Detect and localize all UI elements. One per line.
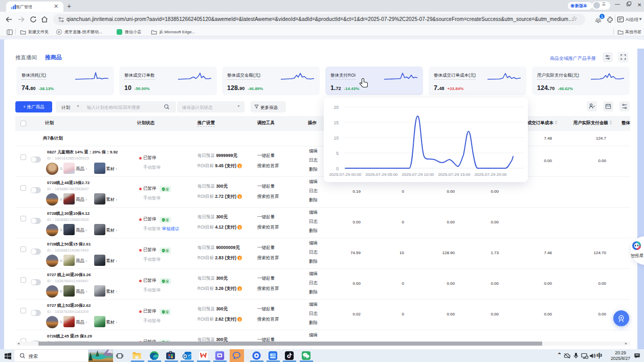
svg-text:15: 15 <box>334 120 339 125</box>
svg-text:10: 10 <box>334 135 339 141</box>
svg-text:20: 20 <box>334 105 339 110</box>
svg-text:2025-07-29 00:00: 2025-07-29 00:00 <box>329 172 362 177</box>
svg-text:0: 0 <box>336 166 339 171</box>
svg-text:2025-07-29 20:00: 2025-07-29 20:00 <box>474 172 507 177</box>
svg-text:2025-07-29 15:00: 2025-07-29 15:00 <box>438 172 471 177</box>
svg-text:2025-07-29 10:00: 2025-07-29 10:00 <box>402 172 434 177</box>
svg-text:2025-07-29 05:00: 2025-07-29 05:00 <box>365 172 398 177</box>
svg-text:5: 5 <box>336 151 339 156</box>
